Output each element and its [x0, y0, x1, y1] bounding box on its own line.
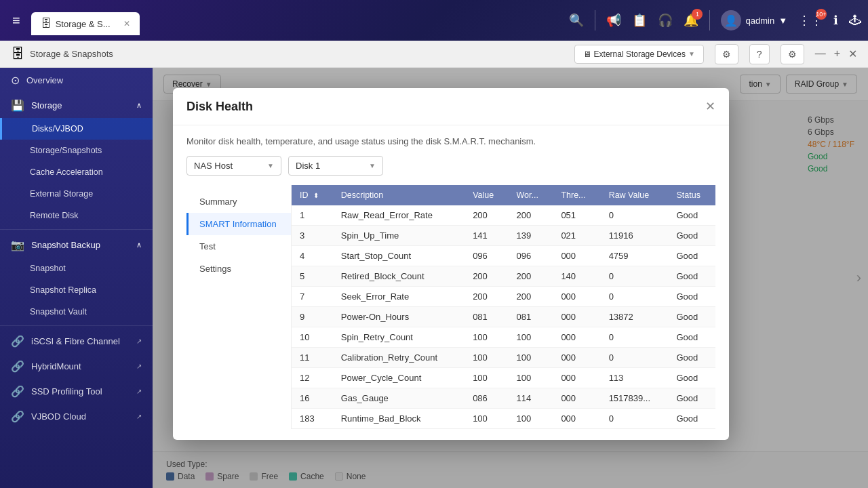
cell-worst: 200	[508, 266, 553, 287]
sidebar-item-snapshot-backup[interactable]: 📷 Snapshot Backup ∧	[0, 232, 153, 258]
cell-id: 11	[292, 348, 333, 368]
cell-id: 183	[292, 409, 333, 429]
sidebar-item-hybridmount[interactable]: 🔗 HybridMount ↗	[0, 354, 153, 379]
separator-2	[709, 10, 710, 30]
sidebar-item-label-ssd: SSD Profiling Tool	[31, 386, 102, 396]
tab-close-icon[interactable]: ✕	[123, 19, 130, 28]
cell-description: Spin_Retry_Count	[333, 327, 465, 348]
sidebar-item-iscsi[interactable]: 🔗 iSCSI & Fibre Channel ↗	[0, 329, 153, 354]
iscsi-icon: 🔗	[11, 335, 24, 348]
external-storage-button[interactable]: 🖥 External Storage Devices ▼	[574, 45, 704, 64]
storage-chevron: ∧	[136, 101, 142, 110]
sidebar-item-remote-disk[interactable]: Remote Disk	[0, 205, 153, 226]
cell-description: Runtime_Bad_Block	[333, 409, 465, 429]
cell-status: Good	[668, 368, 715, 388]
cell-raw_value: 0	[601, 266, 669, 287]
win-controls: — + ✕	[815, 47, 857, 60]
table-row: 7Seek_Error_Rate2002000000Good	[292, 287, 715, 307]
disk-label: Disk 1	[296, 161, 320, 171]
col-worst-label: Wor...	[516, 190, 538, 200]
cell-threshold: 000	[553, 327, 600, 348]
win-max[interactable]: +	[834, 47, 840, 60]
sidebar-item-external-storage[interactable]: External Storage	[0, 183, 153, 205]
speaker-icon[interactable]: 📢	[606, 13, 621, 28]
user-dropdown-arrow[interactable]: ▼	[778, 16, 787, 26]
cell-raw_value: 11916	[601, 226, 669, 246]
win-min[interactable]: —	[815, 47, 826, 60]
modal-close-button[interactable]: ✕	[705, 99, 715, 114]
sidebar-item-snapshot[interactable]: Snapshot	[0, 258, 153, 279]
sidebar-item-snapshot-vault[interactable]: Snapshot Vault	[0, 301, 153, 323]
file-icon[interactable]: 📋	[632, 13, 647, 28]
smart-table-wrapper: ID ⬍ Description Value	[292, 185, 715, 429]
modal-nav-smart-info[interactable]: SMART Information	[186, 213, 291, 235]
qhub-icon[interactable]: 🕹	[849, 14, 861, 28]
cell-id: 1	[292, 205, 333, 226]
cell-raw_value: 113	[601, 368, 669, 388]
cell-id: 12	[292, 368, 333, 388]
sidebar-item-label-storage: Storage	[31, 100, 62, 110]
nas-host-dropdown[interactable]: NAS Host ▼	[186, 156, 281, 176]
cell-value: 200	[465, 287, 508, 307]
col-rawval-label: Raw Value	[609, 190, 650, 200]
cell-raw_value: 0	[601, 327, 669, 348]
modal-nav-summary[interactable]: Summary	[186, 190, 291, 213]
cell-id: 4	[292, 246, 333, 266]
user-area[interactable]: 👤 qadmin ▼	[721, 10, 787, 30]
modal-title: Disk Health	[186, 100, 253, 114]
cell-threshold: 000	[553, 409, 600, 429]
search-icon[interactable]: 🔍	[569, 13, 584, 28]
ssd-external-icon: ↗	[136, 388, 142, 395]
storage-icon: 💾	[11, 99, 24, 112]
cell-threshold: 000	[553, 348, 600, 368]
cell-status: Good	[668, 246, 715, 266]
cell-worst: 100	[508, 409, 553, 429]
settings-icon[interactable]: ⚙	[715, 44, 738, 64]
vjbod-external-icon: ↗	[136, 413, 142, 420]
sidebar-item-ssd[interactable]: 🔗 SSD Profiling Tool ↗	[0, 379, 153, 404]
col-id[interactable]: ID ⬍	[292, 185, 333, 205]
nas-host-arrow: ▼	[267, 162, 274, 169]
sidebar-item-storage-snapshots[interactable]: Storage/Snapshots	[0, 140, 153, 161]
sidebar-item-snapshot-replica[interactable]: Snapshot Replica	[0, 279, 153, 301]
table-row: 5Retired_Block_Count2002001400Good	[292, 266, 715, 287]
cell-description: Start_Stop_Count	[333, 246, 465, 266]
cell-description: Power-On_Hours	[333, 307, 465, 327]
cell-id: 10	[292, 327, 333, 348]
sidebar-item-storage[interactable]: 💾 Storage ∧	[0, 93, 153, 118]
modal-nav-test[interactable]: Test	[186, 235, 291, 258]
nas-host-label: NAS Host	[194, 161, 233, 171]
modal-description: Monitor disk health, temperature, and us…	[186, 136, 715, 146]
modal-nav-settings[interactable]: Settings	[186, 258, 291, 280]
header-icon-area: 🗄 Storage & Snapshots	[11, 46, 113, 62]
storage-snapshots-tab[interactable]: 🗄 Storage & S... ✕	[31, 12, 140, 35]
sidebar-item-cache-acceleration[interactable]: Cache Acceleration	[0, 161, 153, 183]
table-row: 10Spin_Retry_Count1001000000Good	[292, 327, 715, 348]
grid-icon[interactable]: ⋮⋮ 10+	[798, 13, 823, 28]
content-area: Recover ▼ tion ▼ RAID Group ▼ 6 Gbps 6 G…	[153, 68, 868, 488]
menu-icon[interactable]: ≡	[7, 7, 26, 34]
cell-raw_value: 13872	[601, 307, 669, 327]
cell-id: 7	[292, 287, 333, 307]
cell-id: 3	[292, 226, 333, 246]
col-raw-value: Raw Value	[601, 185, 669, 205]
cell-raw_value: 0	[601, 409, 669, 429]
info-icon[interactable]: ℹ	[833, 13, 838, 28]
sidebar-item-disks-vjbod[interactable]: Disks/VJBOD	[0, 118, 153, 140]
cell-status: Good	[668, 307, 715, 327]
win-close[interactable]: ✕	[848, 47, 857, 60]
config-icon[interactable]: ⚙	[781, 44, 804, 64]
col-status-label: Status	[676, 190, 700, 200]
col-description: Description	[333, 185, 465, 205]
external-storage-label: External Storage Devices	[594, 49, 686, 59]
headset-icon[interactable]: 🎧	[658, 13, 673, 28]
notification-icon[interactable]: 🔔 1	[684, 13, 698, 28]
cell-value: 100	[465, 409, 508, 429]
overview-icon: ⊙	[11, 74, 20, 87]
cell-id: 16	[292, 388, 333, 409]
help-icon[interactable]: ?	[749, 44, 770, 64]
hybridmount-icon: 🔗	[11, 360, 24, 373]
sidebar-item-vjbod-cloud[interactable]: 🔗 VJBOD Cloud ↗	[0, 404, 153, 429]
sidebar-item-overview[interactable]: ⊙ Overview	[0, 68, 153, 93]
disk-dropdown[interactable]: Disk 1 ▼	[288, 156, 383, 176]
